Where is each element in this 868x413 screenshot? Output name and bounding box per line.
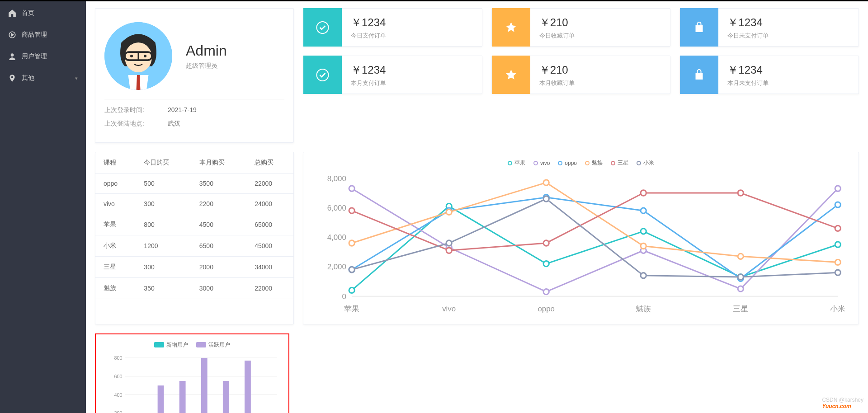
check-icon (303, 8, 342, 47)
svg-point-51 (835, 225, 840, 231)
svg-point-48 (543, 240, 549, 246)
svg-point-39 (835, 202, 840, 207)
svg-point-49 (641, 190, 646, 196)
svg-text:400: 400 (114, 392, 122, 397)
sidebar-item-users[interactable]: 用户管理 (0, 46, 86, 67)
table-header: 本月购买 (191, 152, 246, 174)
svg-point-6 (130, 55, 133, 57)
stat-card: ￥1234本月支付订单 (303, 56, 482, 94)
svg-point-40 (349, 240, 354, 246)
play-circle-icon (8, 31, 16, 39)
svg-text:800: 800 (114, 355, 122, 360)
svg-text:小米: 小米 (830, 305, 845, 313)
sidebar-item-label: 商品管理 (22, 31, 47, 39)
sidebar-item-products[interactable]: 商品管理 (0, 24, 86, 46)
check-icon (303, 56, 342, 94)
stat-value: ￥1234 (351, 63, 386, 77)
svg-point-43 (641, 243, 646, 249)
svg-point-37 (641, 208, 646, 213)
user-icon (8, 52, 16, 61)
table-header: 总购买 (246, 152, 293, 174)
table-header: 今日购买 (136, 152, 191, 174)
stat-value: ￥210 (539, 15, 575, 30)
sidebar-item-other[interactable]: 其他 ▾ (0, 67, 86, 89)
watermark: CSDN @karshey Yuucn.com (822, 397, 863, 409)
svg-point-50 (738, 190, 743, 196)
home-icon (8, 9, 16, 17)
legend-item[interactable]: 小米 (637, 159, 654, 167)
stat-value: ￥1234 (727, 63, 769, 77)
svg-point-7 (144, 55, 146, 57)
main-content: Admin 超级管理员 上次登录时间:2021-7-19 上次登陆地点:武汉 ￥… (86, 1, 868, 413)
stat-label: 本月支付订单 (351, 79, 386, 87)
svg-text:苹果: 苹果 (344, 305, 359, 313)
svg-point-54 (543, 196, 549, 202)
stat-label: 今日未支付订单 (727, 32, 769, 40)
stat-label: 本月未支付订单 (727, 79, 769, 87)
location-icon (8, 74, 16, 82)
stat-card: ￥210今日收藏订单 (491, 8, 671, 47)
svg-text:600: 600 (114, 373, 122, 379)
legend-item[interactable]: 苹果 (508, 159, 525, 167)
bar-chart: 0200400600800周一周二周三周四周五周六周日 (103, 353, 282, 413)
star-icon (492, 8, 530, 47)
profile-role: 超级管理员 (186, 62, 227, 70)
purchase-table: 课程今日购买本月购买总购买 oppo500350022000vivo300220… (95, 152, 293, 299)
svg-rect-79 (201, 357, 208, 413)
bag-icon (680, 56, 718, 94)
svg-point-8 (317, 22, 329, 33)
svg-point-53 (446, 240, 452, 246)
stat-value: ￥210 (539, 63, 575, 77)
svg-rect-76 (179, 380, 186, 413)
svg-text:vivo: vivo (442, 305, 456, 313)
table-row: oppo500350022000 (95, 174, 293, 194)
legend-item[interactable]: 魅族 (585, 159, 603, 167)
svg-text:6,000: 6,000 (327, 204, 346, 212)
svg-point-33 (835, 186, 840, 191)
stat-value: ￥1234 (727, 15, 769, 30)
svg-point-24 (543, 261, 549, 267)
bar-chart-card: 新增用户活跃用户 0200400600800周一周二周三周四周五周六周日 (95, 333, 289, 413)
legend-item[interactable]: oppo (558, 159, 577, 167)
svg-point-27 (835, 242, 840, 247)
table-row: vivo300220024000 (95, 194, 293, 214)
legend-item[interactable]: 三星 (611, 159, 628, 167)
svg-point-46 (349, 208, 354, 213)
stat-card: ￥1234本月未支付订单 (679, 56, 859, 94)
svg-point-45 (835, 259, 840, 265)
svg-rect-73 (158, 385, 164, 413)
stat-label: 今日收藏订单 (539, 32, 575, 40)
svg-text:三星: 三星 (733, 305, 748, 313)
svg-rect-85 (245, 361, 251, 413)
bag-icon (680, 8, 718, 47)
svg-point-28 (349, 186, 354, 191)
last-login-time-value: 2021-7-19 (168, 106, 197, 114)
svg-point-30 (543, 289, 549, 295)
legend-item[interactable]: vivo (533, 159, 550, 167)
legend-item[interactable]: 活跃用户 (196, 341, 230, 349)
svg-point-55 (641, 273, 646, 278)
last-login-location-label: 上次登陆地点: (104, 120, 168, 128)
svg-text:4,000: 4,000 (327, 233, 346, 242)
profile-name: Admin (186, 42, 227, 59)
stat-label: 今日支付订单 (351, 32, 386, 40)
svg-point-52 (349, 267, 354, 272)
svg-point-57 (835, 270, 840, 275)
last-login-location-value: 武汉 (168, 120, 180, 128)
sidebar: 首页 商品管理 用户管理 其他 ▾ (0, 1, 86, 413)
sidebar-item-home[interactable]: 首页 (0, 2, 86, 24)
stat-value: ￥1234 (351, 15, 386, 30)
svg-rect-82 (223, 380, 229, 413)
table-row: 小米1200650045000 (95, 235, 293, 257)
stat-label: 本月收藏订单 (539, 79, 575, 87)
sidebar-item-label: 其他 (22, 74, 34, 82)
svg-text:200: 200 (114, 410, 122, 413)
svg-point-25 (641, 229, 646, 234)
table-row: 苹果800450065000 (95, 214, 293, 235)
svg-point-47 (446, 248, 452, 253)
svg-text:0: 0 (342, 292, 346, 301)
svg-point-56 (738, 274, 743, 280)
table-row: 魅族350300022000 (95, 278, 293, 299)
legend-item[interactable]: 新增用户 (154, 341, 188, 349)
table-header: 课程 (95, 152, 136, 174)
